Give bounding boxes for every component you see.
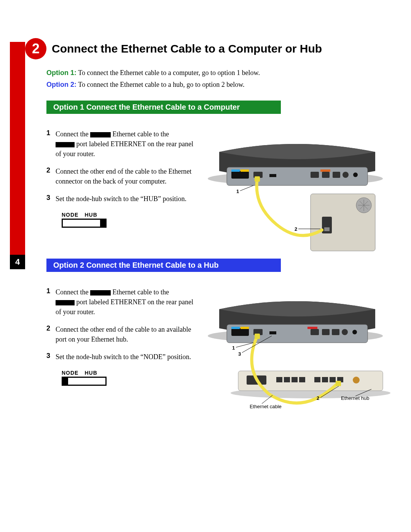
redacted-text xyxy=(56,300,75,305)
switch-thumb-node xyxy=(63,378,68,385)
step-num: 1 xyxy=(46,287,56,295)
svg-rect-6 xyxy=(269,174,276,177)
step-text: Set the node-hub switch to the “NODE” po… xyxy=(56,352,191,362)
switch-thumb-hub xyxy=(100,220,105,227)
svg-rect-44 xyxy=(284,377,290,382)
svg-rect-22 xyxy=(255,176,260,182)
intro-block: Option 1: To connect the Ethernet cable … xyxy=(46,68,402,90)
step-text: Set the node-hub switch to the “HUB” pos… xyxy=(56,194,186,204)
svg-rect-31 xyxy=(241,327,249,329)
svg-text:Ethernet hub: Ethernet hub xyxy=(341,395,369,401)
svg-rect-36 xyxy=(322,329,330,335)
option2-label: Option 2: xyxy=(46,81,76,88)
svg-rect-29 xyxy=(231,328,249,336)
svg-rect-43 xyxy=(276,377,282,382)
svg-text:Ethernet cable: Ethernet cable xyxy=(250,404,282,409)
svg-rect-33 xyxy=(269,331,276,334)
step-num: 2 xyxy=(46,324,56,332)
svg-rect-53 xyxy=(336,381,341,386)
svg-point-38 xyxy=(342,329,348,335)
node-hub-switch: NODEHUB xyxy=(62,212,196,228)
option2-diagram: 1 3 2 Ethernet cable Ethernet hub xyxy=(196,287,402,424)
svg-rect-35 xyxy=(311,329,319,335)
svg-rect-8 xyxy=(320,169,330,172)
svg-text:3: 3 xyxy=(238,351,241,357)
step-text: Connect the Ethernet cable to the port l… xyxy=(56,129,196,159)
svg-rect-2 xyxy=(231,171,249,179)
svg-point-11 xyxy=(342,172,349,178)
option2-steps: 1 Connect the Ethernet cable to the port… xyxy=(46,287,196,386)
svg-rect-10 xyxy=(333,172,340,178)
option1-steps: 1 Connect the Ethernet cable to the port… xyxy=(46,129,196,228)
option1-label: Option 1: xyxy=(46,69,76,77)
step-num: 3 xyxy=(46,352,56,360)
option1-heading: Option 1 Connect the Ethernet Cable to a… xyxy=(46,101,281,114)
svg-rect-21 xyxy=(324,227,330,231)
svg-rect-34 xyxy=(307,327,317,329)
svg-rect-37 xyxy=(332,329,339,335)
page-number: 4 xyxy=(10,255,25,269)
svg-rect-45 xyxy=(292,377,298,382)
svg-rect-4 xyxy=(241,169,249,172)
page-title: Connect the Ethernet Cable to a Computer… xyxy=(52,42,322,55)
node-hub-switch: NODEHUB xyxy=(62,370,196,386)
option2-intro-text: To connect the Ethernet cable to a hub, … xyxy=(76,81,245,88)
step-num: 3 xyxy=(46,194,56,202)
redacted-text xyxy=(90,132,111,137)
svg-rect-49 xyxy=(330,377,336,382)
svg-point-51 xyxy=(353,377,360,383)
svg-text:1: 1 xyxy=(236,189,239,194)
svg-rect-46 xyxy=(299,377,305,382)
svg-rect-52 xyxy=(255,334,260,339)
svg-line-54 xyxy=(236,343,253,347)
step-text: Connect the other end of the cable to an… xyxy=(56,324,196,344)
option1-intro-text: To connect the Ethernet cable to a compu… xyxy=(76,69,260,77)
step-text: Connect the other end of the cable to th… xyxy=(56,166,196,186)
svg-rect-30 xyxy=(231,327,240,329)
svg-rect-9 xyxy=(322,172,330,178)
svg-rect-47 xyxy=(314,377,320,382)
svg-line-23 xyxy=(240,185,253,191)
step-num: 2 xyxy=(46,166,56,174)
svg-point-39 xyxy=(352,330,357,334)
step-num: 1 xyxy=(46,129,56,137)
svg-text:1: 1 xyxy=(232,345,235,351)
option1-diagram: 1 2 xyxy=(196,129,402,255)
svg-rect-3 xyxy=(231,169,240,172)
svg-text:2: 2 xyxy=(317,395,319,401)
step-badge: 2 xyxy=(25,38,46,59)
svg-rect-7 xyxy=(311,172,319,178)
option2-heading: Option 2 Connect the Ethernet Cable to a… xyxy=(46,259,281,272)
svg-rect-48 xyxy=(322,377,328,382)
svg-point-12 xyxy=(353,173,358,177)
step-text: Connect the Ethernet cable to the port l… xyxy=(56,287,196,317)
redacted-text xyxy=(90,290,111,296)
svg-text:2: 2 xyxy=(295,226,297,232)
redacted-text xyxy=(56,142,75,147)
